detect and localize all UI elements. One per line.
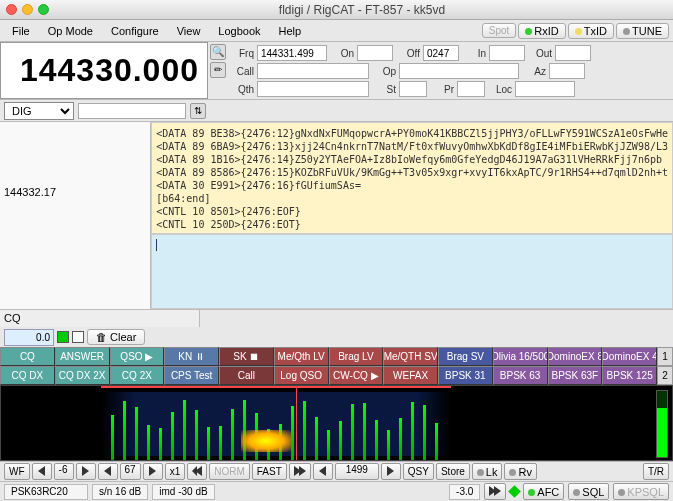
search-icon[interactable]: 🔍 <box>210 44 226 60</box>
transmit-pane[interactable] <box>151 234 673 309</box>
sql-button[interactable]: SQL <box>568 483 609 500</box>
macro-button[interactable]: DominoEX 4 <box>602 347 657 366</box>
macro-button[interactable]: CQ <box>0 347 55 366</box>
macro-button[interactable]: CQ DX 2X <box>55 366 110 385</box>
menu-opmode[interactable]: Op Mode <box>40 23 101 39</box>
wf-prev2-icon[interactable] <box>98 463 118 480</box>
macro-button[interactable]: CPS Test <box>164 366 219 385</box>
wf-button[interactable]: WF <box>4 463 30 480</box>
zoom-icon[interactable] <box>38 4 49 15</box>
macro-button[interactable]: BPSK 31 <box>438 366 493 385</box>
st-label: St <box>372 84 396 95</box>
rv-button[interactable]: Rv <box>504 463 536 480</box>
receive-pane[interactable]: <DATA 89 BE38>{2476:12}gNxdNxFUMqopwcrA+… <box>151 122 673 234</box>
brush-icon[interactable]: ✏ <box>210 62 226 78</box>
wf-ffwd-icon[interactable] <box>289 463 311 480</box>
macro-button[interactable]: DominoEX 8 <box>548 347 603 366</box>
signal-meter <box>656 390 668 458</box>
menu-logbook[interactable]: Logbook <box>210 23 268 39</box>
x1-button[interactable]: x1 <box>165 463 186 480</box>
macro-button[interactable]: CQ 2X <box>110 366 165 385</box>
macro-page[interactable]: 1 <box>657 347 673 366</box>
rx-indicator-icon <box>72 331 84 343</box>
tune-button[interactable]: TUNE <box>616 23 669 39</box>
wf-prev-icon[interactable] <box>32 463 52 480</box>
wf-val1[interactable]: -6 <box>54 463 74 480</box>
frq-input[interactable] <box>257 45 327 61</box>
macro-button[interactable]: Log QSO <box>274 366 329 385</box>
macro-button[interactable]: CW-CQ ▶ <box>329 366 384 385</box>
menu-view[interactable]: View <box>169 23 209 39</box>
txid-button[interactable]: TxID <box>568 23 614 39</box>
status-sn: s/n 16 dB <box>92 484 148 500</box>
store-button[interactable]: Store <box>436 463 470 480</box>
macro-button[interactable]: Olivia 16/500 <box>493 347 548 366</box>
macro-button[interactable]: SK ⏹ <box>219 347 274 366</box>
status-db: -3.0 <box>449 484 480 500</box>
arrows-icon[interactable]: ⇅ <box>190 103 206 119</box>
wf-val2[interactable]: 67 <box>120 463 141 480</box>
spot-button[interactable]: Spot <box>482 23 517 38</box>
mode-extra-input[interactable] <box>78 103 186 119</box>
clear-button[interactable]: 🗑 Clear <box>87 329 145 345</box>
macro-button[interactable]: BPSK 125 <box>602 366 657 385</box>
macro-button[interactable]: WEFAX <box>383 366 438 385</box>
on-input[interactable] <box>357 45 393 61</box>
loc-input[interactable] <box>515 81 575 97</box>
frequency-list[interactable]: 144332.17 <box>0 122 151 309</box>
lk-button[interactable]: Lk <box>472 463 503 480</box>
macro-button[interactable]: CQ DX <box>0 366 55 385</box>
in-input[interactable] <box>489 45 525 61</box>
macro-button[interactable]: QSO ▶ <box>110 347 165 366</box>
close-icon[interactable] <box>6 4 17 15</box>
az-input[interactable] <box>549 63 585 79</box>
menu-configure[interactable]: Configure <box>103 23 167 39</box>
macro-bar: CQANSWERQSO ▶KN ⏸SK ⏹Me/Qth LVBrag LVMe/… <box>0 347 673 385</box>
minimize-icon[interactable] <box>22 4 33 15</box>
macro-button[interactable]: KN ⏸ <box>164 347 219 366</box>
menu-file[interactable]: File <box>4 23 38 39</box>
rxid-button[interactable]: RxID <box>518 23 565 39</box>
offset-spinner[interactable] <box>4 329 54 346</box>
qsy-button[interactable]: QSY <box>403 463 434 480</box>
macro-button[interactable]: Call <box>219 366 274 385</box>
waterfall-display[interactable] <box>0 385 673 461</box>
call-input[interactable] <box>257 63 369 79</box>
op-input[interactable] <box>399 63 519 79</box>
freqlist-item[interactable]: 144332.17 <box>4 186 146 198</box>
macro-page[interactable]: 2 <box>657 366 673 385</box>
frequency-display[interactable]: 144330.000 <box>0 42 208 99</box>
mode-select[interactable]: DIG <box>4 102 74 120</box>
wf-cnext-icon[interactable] <box>381 463 401 480</box>
macro-button[interactable]: Me/QTH SV <box>383 347 438 366</box>
macro-button[interactable]: Me/Qth LV <box>274 347 329 366</box>
fast-button[interactable]: FAST <box>252 463 287 480</box>
wf-center[interactable]: 1499 <box>335 463 379 480</box>
macro-button[interactable]: Brag SV <box>438 347 493 366</box>
wf-cprev-icon[interactable] <box>313 463 333 480</box>
status-imd: imd -30 dB <box>152 484 214 500</box>
tx-indicator-icon <box>57 331 69 343</box>
status-ffwd-icon[interactable] <box>484 483 506 500</box>
off-input[interactable] <box>423 45 459 61</box>
st-input[interactable] <box>399 81 427 97</box>
wf-next2-icon[interactable] <box>143 463 163 480</box>
wf-next-icon[interactable] <box>76 463 96 480</box>
pr-input[interactable] <box>457 81 485 97</box>
qth-input[interactable] <box>257 81 369 97</box>
norm-button[interactable]: NORM <box>209 463 250 480</box>
out-label: Out <box>528 48 552 59</box>
menu-help[interactable]: Help <box>271 23 310 39</box>
macro-button[interactable]: BPSK 63 <box>493 366 548 385</box>
kpsql-button[interactable]: KPSQL <box>613 483 669 500</box>
macro-button[interactable]: BPSK 63F <box>548 366 603 385</box>
wf-rewind-icon[interactable] <box>187 463 207 480</box>
cq-label: CQ <box>0 310 200 327</box>
window-title: fldigi / RigCAT - FT-857 - kk5vd <box>57 3 667 17</box>
macro-button[interactable]: ANSWER <box>55 347 110 366</box>
out-input[interactable] <box>555 45 591 61</box>
tr-button[interactable]: T/R <box>643 463 669 480</box>
qth-label: Qth <box>230 84 254 95</box>
afc-button[interactable]: AFC <box>523 483 564 500</box>
macro-button[interactable]: Brag LV <box>329 347 384 366</box>
